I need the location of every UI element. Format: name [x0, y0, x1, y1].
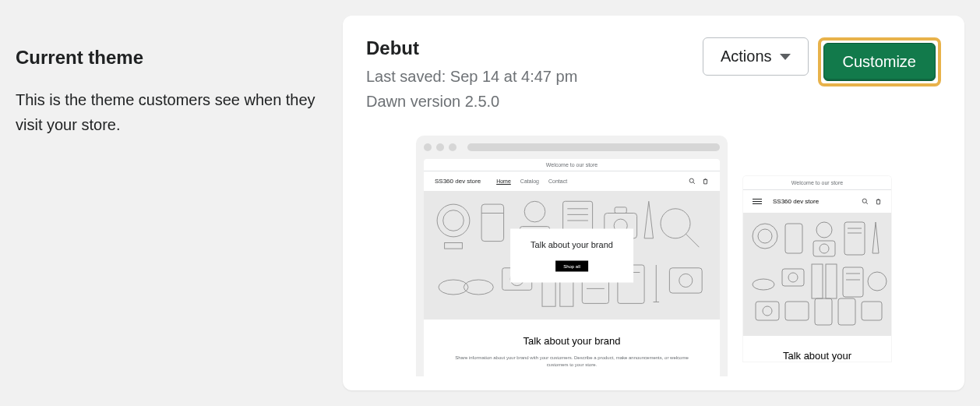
- caret-down-icon: [780, 54, 791, 60]
- svg-point-54: [763, 306, 772, 316]
- mobile-nav: SS360 dev store: [743, 190, 891, 213]
- svg-rect-58: [862, 302, 882, 320]
- theme-previews: Welcome to our store SS360 dev store Hom…: [366, 136, 941, 376]
- nav-icons: [689, 178, 709, 185]
- svg-point-0: [689, 178, 693, 182]
- address-bar: [467, 143, 720, 151]
- hero-section: Talk about your brand Shop all: [424, 191, 720, 320]
- svg-rect-56: [815, 298, 832, 325]
- svg-point-7: [524, 201, 545, 222]
- svg-rect-41: [844, 222, 865, 255]
- search-icon: [689, 178, 696, 185]
- site-nav: SS360 dev store Home Catalog Contact: [424, 171, 720, 191]
- svg-rect-48: [826, 264, 837, 298]
- bag-icon: [702, 178, 709, 185]
- desktop-preview: Welcome to our store SS360 dev store Hom…: [416, 136, 728, 376]
- svg-point-17: [661, 209, 690, 238]
- mobile-store-name: SS360 dev store: [773, 198, 819, 205]
- hero-title: Talk about your brand: [531, 239, 613, 249]
- mobile-section-title: Talk about your: [753, 350, 882, 362]
- site-preview: Welcome to our store SS360 dev store Hom…: [424, 159, 720, 376]
- svg-point-46: [788, 273, 798, 282]
- nav-contact: Contact: [548, 178, 567, 184]
- section-body: Share information about your brand with …: [447, 355, 696, 369]
- svg-point-32: [679, 274, 693, 287]
- theme-version: Dawn version 2.5.0: [366, 89, 577, 114]
- nav-catalog: Catalog: [520, 178, 539, 184]
- preview-store-name: SS360 dev store: [435, 178, 481, 185]
- nav-home: Home: [496, 178, 511, 184]
- window-dot-icon: [424, 143, 432, 151]
- svg-rect-39: [813, 241, 835, 256]
- theme-info: Debut Last saved: Sep 14 at 4:47 pm Dawn…: [366, 37, 577, 114]
- current-theme-sidebar: Current theme This is the theme customer…: [16, 16, 343, 390]
- browser-chrome: [424, 143, 720, 151]
- svg-point-3: [443, 210, 464, 231]
- theme-last-saved: Last saved: Sep 14 at 4:47 pm: [366, 64, 577, 89]
- svg-rect-37: [785, 224, 802, 253]
- bag-icon: [875, 198, 882, 205]
- svg-point-2: [437, 204, 470, 237]
- mobile-section: Talk about your: [743, 336, 891, 362]
- mobile-nav-icons: [862, 198, 882, 205]
- window-dot-icon: [449, 143, 457, 151]
- customize-button[interactable]: Customize: [823, 43, 936, 81]
- svg-rect-49: [843, 267, 863, 297]
- hero-cta: Shop all: [555, 260, 588, 271]
- mobile-banner: Welcome to our store: [743, 176, 891, 190]
- mobile-preview: Welcome to our store SS360 dev store: [743, 176, 891, 362]
- svg-point-35: [753, 224, 777, 249]
- actions-label: Actions: [721, 48, 772, 65]
- hero-overlay-card: Talk about your brand Shop all: [510, 228, 633, 282]
- svg-rect-45: [782, 269, 804, 286]
- site-banner: Welcome to our store: [424, 159, 720, 171]
- brand-section: Talk about your brand Share information …: [424, 320, 720, 376]
- svg-rect-57: [838, 298, 855, 325]
- theme-card: Debut Last saved: Sep 14 at 4:47 pm Dawn…: [343, 16, 964, 390]
- sidebar-description: This is the theme customers see when the…: [16, 87, 343, 137]
- window-dot-icon: [436, 143, 444, 151]
- search-icon: [862, 198, 869, 205]
- theme-header: Debut Last saved: Sep 14 at 4:47 pm Dawn…: [366, 37, 941, 114]
- mobile-hero: [743, 213, 891, 336]
- svg-rect-55: [785, 302, 809, 320]
- sidebar-heading: Current theme: [16, 47, 343, 69]
- theme-buttons: Actions Customize: [703, 37, 941, 86]
- svg-line-18: [686, 234, 699, 247]
- theme-name: Debut: [366, 37, 577, 59]
- customize-highlight: Customize: [818, 37, 941, 86]
- svg-point-38: [816, 222, 832, 238]
- svg-point-33: [862, 199, 866, 203]
- menu-icon: [753, 199, 762, 204]
- nav-links: Home Catalog Contact: [496, 178, 567, 184]
- svg-rect-5: [481, 204, 504, 242]
- svg-point-44: [753, 279, 774, 290]
- svg-line-34: [866, 203, 868, 204]
- svg-point-52: [868, 272, 887, 291]
- actions-button[interactable]: Actions: [703, 37, 809, 76]
- svg-point-36: [758, 229, 772, 243]
- svg-line-1: [693, 182, 695, 184]
- svg-rect-4: [445, 243, 463, 249]
- hero-illustration: [743, 213, 891, 336]
- svg-rect-53: [756, 302, 779, 320]
- svg-rect-16: [615, 207, 626, 214]
- svg-point-40: [820, 244, 829, 253]
- svg-rect-47: [812, 264, 823, 298]
- section-title: Talk about your brand: [447, 335, 696, 347]
- svg-rect-31: [669, 268, 702, 293]
